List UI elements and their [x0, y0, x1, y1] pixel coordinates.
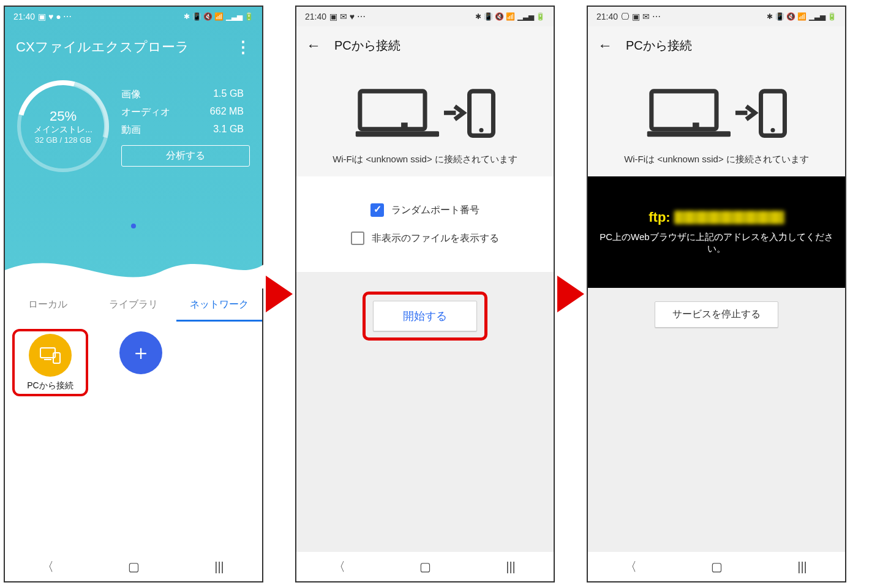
gauge-sublabel: 32 GB / 128 GB: [35, 135, 91, 145]
back-icon[interactable]: ←: [598, 37, 612, 54]
tab-library[interactable]: ライブラリ: [91, 288, 176, 322]
options-panel: ランダムポート番号 非表示のファイルを表示する: [296, 176, 554, 272]
checkbox-random-port[interactable]: ランダムポート番号: [296, 196, 554, 224]
page-header: ← PCから接続: [588, 26, 845, 64]
system-nav: 〈 ▢ |||: [296, 552, 554, 581]
nav-back-icon[interactable]: 〈: [297, 559, 382, 575]
pc-to-phone-icon: [303, 86, 547, 144]
ftp-url: ftp:: [649, 209, 784, 225]
status-bar: 21:40 ▣ ♥ ● ⋯ ✱ 📳 🔇 📶 ▁▃▅ 🔋: [5, 7, 262, 26]
svg-rect-1: [44, 359, 51, 360]
nav-recent-icon[interactable]: |||: [760, 560, 845, 574]
status-sys-icons: ✱ 📳 🔇 📶 ▁▃▅ 🔋: [184, 12, 254, 21]
back-icon[interactable]: ←: [306, 37, 321, 54]
pc-to-phone-icon: [594, 86, 839, 144]
svg-rect-4: [401, 123, 408, 129]
wave-decor: [5, 246, 265, 288]
step-arrow-icon: [557, 276, 584, 312]
nav-recent-icon[interactable]: |||: [177, 560, 262, 574]
system-nav: 〈 ▢ |||: [588, 552, 845, 581]
page-title: PCから接続: [626, 37, 692, 54]
tab-network[interactable]: ネットワーク: [176, 288, 262, 322]
action-area: 開始する: [296, 272, 554, 552]
svg-rect-3: [360, 91, 425, 129]
nav-back-icon[interactable]: 〈: [588, 559, 674, 575]
wifi-status: Wi-Fiは <unknown ssid> に接続されています: [594, 154, 839, 165]
checkbox-icon: [351, 232, 364, 245]
status-time: 21:40: [596, 12, 618, 21]
svg-rect-8: [652, 91, 716, 129]
hero-illustration: Wi-Fiは <unknown ssid> に接続されています: [588, 64, 845, 176]
stat-row: 画像 1.5 GB: [121, 86, 250, 104]
step-arrow-icon: [266, 276, 293, 312]
checkbox-label: ランダムポート番号: [391, 204, 479, 217]
svg-point-12: [770, 128, 775, 132]
start-button[interactable]: 開始する: [373, 301, 477, 331]
status-sys-icons: ✱ 📳 🔇 📶 ▁▃▅ 🔋: [767, 12, 836, 21]
screen-connect-setup: 21:40 ▣ ✉ ♥ ⋯ ✱ 📳 🔇 📶 ▁▃▅ 🔋 ← PCから接続 Wi-…: [295, 6, 555, 582]
nav-home-icon[interactable]: ▢: [91, 559, 176, 574]
ftp-info-panel: ftp: PC上のWebブラウザに上記のアドレスを入力してください。: [588, 176, 845, 288]
nav-home-icon[interactable]: ▢: [383, 559, 468, 574]
screen-home: 21:40 ▣ ♥ ● ⋯ ✱ 📳 🔇 📶 ▁▃▅ 🔋 CXファイルエクスプロー…: [4, 6, 263, 582]
network-item-pc-connect[interactable]: PCから接続: [17, 334, 83, 391]
plus-icon: ＋: [119, 331, 162, 374]
svg-rect-10: [647, 131, 731, 137]
stat-label: オーディオ: [121, 106, 170, 119]
svg-point-7: [479, 128, 483, 132]
action-area: サービスを停止する: [588, 288, 845, 552]
svg-rect-9: [693, 123, 699, 129]
status-notif-icons: 🖵 ▣ ✉ ⋯: [621, 12, 661, 21]
network-item-label: PCから接続: [27, 380, 73, 391]
ftp-instruction: PC上のWebブラウザに上記のアドレスを入力してください。: [596, 232, 836, 255]
status-bar: 21:40 🖵 ▣ ✉ ⋯ ✱ 📳 🔇 📶 ▁▃▅ 🔋: [588, 7, 845, 26]
tab-local[interactable]: ローカル: [5, 288, 91, 322]
svg-rect-5: [356, 131, 439, 137]
nav-back-icon[interactable]: 〈: [6, 559, 91, 575]
highlight-marker: PCから接続: [12, 329, 88, 396]
page-title: PCから接続: [334, 37, 400, 54]
status-bar: 21:40 ▣ ✉ ♥ ⋯ ✱ 📳 🔇 📶 ▁▃▅ 🔋: [296, 7, 554, 26]
gauge-percent: 25%: [50, 108, 77, 124]
nav-home-icon[interactable]: ▢: [674, 559, 759, 574]
screen-connect-running: 21:40 🖵 ▣ ✉ ⋯ ✱ 📳 🔇 📶 ▁▃▅ 🔋 ← PCから接続 Wi-…: [587, 6, 846, 582]
status-notif-icons: ▣ ♥ ● ⋯: [38, 12, 72, 21]
storage-stats: 画像 1.5 GB オーディオ 662 MB 動画 3.1 GB 分析する: [121, 86, 250, 167]
stat-label: 画像: [121, 88, 141, 101]
app-title: CXファイルエクスプローラ: [16, 38, 189, 56]
stat-row: 動画 3.1 GB: [121, 121, 250, 139]
ftp-prefix: ftp:: [649, 209, 670, 225]
highlight-marker: 開始する: [363, 292, 487, 341]
tab-bar: ローカル ライブラリ ネットワーク: [5, 288, 262, 322]
stat-value: 1.5 GB: [213, 88, 244, 101]
wifi-status: Wi-Fiは <unknown ssid> に接続されています: [303, 154, 547, 165]
system-nav: 〈 ▢ |||: [5, 552, 262, 581]
page-indicator: [131, 224, 136, 228]
network-grid: PCから接続 ＋: [5, 322, 262, 552]
stat-value: 3.1 GB: [213, 124, 244, 137]
gauge-label: メインストレ...: [34, 124, 92, 135]
stat-label: 動画: [121, 124, 141, 137]
checkbox-show-hidden[interactable]: 非表示のファイルを表示する: [296, 224, 554, 252]
analyze-button[interactable]: 分析する: [121, 145, 250, 167]
checkbox-label: 非表示のファイルを表示する: [372, 232, 499, 245]
page-header: ← PCから接続: [296, 26, 554, 64]
stat-row: オーディオ 662 MB: [121, 104, 250, 121]
status-sys-icons: ✱ 📳 🔇 📶 ▁▃▅ 🔋: [475, 12, 545, 21]
status-time: 21:40: [305, 12, 326, 21]
hero-illustration: Wi-Fiは <unknown ssid> に接続されています: [296, 64, 554, 176]
stop-button[interactable]: サービスを停止する: [655, 301, 778, 328]
pc-connect-icon: [29, 334, 72, 377]
nav-recent-icon[interactable]: |||: [468, 560, 554, 574]
ftp-address-redacted: [674, 211, 784, 224]
storage-gauge[interactable]: 25% メインストレ... 32 GB / 128 GB: [17, 80, 109, 172]
hero-panel: 21:40 ▣ ♥ ● ⋯ ✱ 📳 🔇 📶 ▁▃▅ 🔋 CXファイルエクスプロー…: [5, 7, 262, 288]
checkbox-icon: [370, 203, 384, 217]
menu-overflow-icon[interactable]: [235, 38, 251, 57]
status-time: 21:40: [13, 12, 35, 21]
status-notif-icons: ▣ ✉ ♥ ⋯: [329, 12, 366, 21]
network-item-add[interactable]: ＋: [108, 331, 174, 374]
stat-value: 662 MB: [210, 106, 244, 119]
